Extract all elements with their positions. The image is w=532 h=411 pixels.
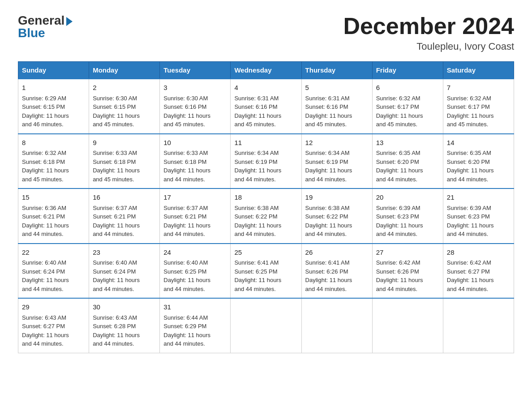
day-info: Sunrise: 6:32 AMSunset: 6:18 PMDaylight:… <box>22 150 69 183</box>
day-info: Sunrise: 6:41 AMSunset: 6:25 PMDaylight:… <box>234 259 281 292</box>
day-info: Sunrise: 6:35 AMSunset: 6:20 PMDaylight:… <box>447 150 494 183</box>
day-number: 20 <box>376 193 439 203</box>
table-row: 18 Sunrise: 6:38 AMSunset: 6:22 PMDaylig… <box>231 188 301 244</box>
table-row: 30 Sunrise: 6:43 AMSunset: 6:28 PMDaylig… <box>89 298 160 353</box>
table-row: 16 Sunrise: 6:37 AMSunset: 6:21 PMDaylig… <box>89 188 160 244</box>
day-number: 13 <box>376 138 439 148</box>
table-row: 23 Sunrise: 6:40 AMSunset: 6:24 PMDaylig… <box>89 244 160 299</box>
day-info: Sunrise: 6:34 AMSunset: 6:19 PMDaylight:… <box>234 150 281 183</box>
day-number: 28 <box>447 248 510 258</box>
day-info: Sunrise: 6:38 AMSunset: 6:22 PMDaylight:… <box>305 205 352 238</box>
day-number: 2 <box>93 83 156 93</box>
table-row: 3 Sunrise: 6:30 AMSunset: 6:16 PMDayligh… <box>160 79 231 134</box>
day-info: Sunrise: 6:39 AMSunset: 6:23 PMDaylight:… <box>447 205 494 238</box>
table-row: 21 Sunrise: 6:39 AMSunset: 6:23 PMDaylig… <box>443 188 514 244</box>
day-info: Sunrise: 6:30 AMSunset: 6:16 PMDaylight:… <box>163 95 210 128</box>
col-saturday: Saturday <box>443 62 514 79</box>
day-number: 15 <box>22 193 85 203</box>
table-row: 9 Sunrise: 6:33 AMSunset: 6:18 PMDayligh… <box>89 134 160 189</box>
day-number: 1 <box>22 83 85 93</box>
table-row: 2 Sunrise: 6:30 AMSunset: 6:15 PMDayligh… <box>89 79 160 134</box>
table-row: 20 Sunrise: 6:39 AMSunset: 6:23 PMDaylig… <box>372 188 443 244</box>
table-row: 5 Sunrise: 6:31 AMSunset: 6:16 PMDayligh… <box>301 79 372 134</box>
table-row <box>231 298 301 353</box>
day-number: 5 <box>305 83 369 93</box>
day-number: 27 <box>376 248 439 258</box>
month-title: December 2024 <box>343 13 514 39</box>
logo: General Blue <box>18 13 73 40</box>
day-number: 31 <box>163 302 227 313</box>
day-info: Sunrise: 6:43 AMSunset: 6:28 PMDaylight:… <box>93 314 140 347</box>
day-number: 14 <box>447 138 510 148</box>
table-row: 7 Sunrise: 6:32 AMSunset: 6:17 PMDayligh… <box>443 79 514 134</box>
day-number: 25 <box>234 248 297 258</box>
day-info: Sunrise: 6:40 AMSunset: 6:24 PMDaylight:… <box>93 259 140 292</box>
day-info: Sunrise: 6:32 AMSunset: 6:17 PMDaylight:… <box>447 95 494 128</box>
day-info: Sunrise: 6:32 AMSunset: 6:17 PMDaylight:… <box>376 95 423 128</box>
day-info: Sunrise: 6:38 AMSunset: 6:22 PMDaylight:… <box>234 205 281 238</box>
day-info: Sunrise: 6:35 AMSunset: 6:20 PMDaylight:… <box>376 150 423 183</box>
table-row: 22 Sunrise: 6:40 AMSunset: 6:24 PMDaylig… <box>18 244 89 299</box>
col-monday: Monday <box>89 62 160 79</box>
logo-blue-text: Blue <box>18 26 45 40</box>
table-row: 27 Sunrise: 6:42 AMSunset: 6:26 PMDaylig… <box>372 244 443 299</box>
day-number: 23 <box>93 248 156 258</box>
day-info: Sunrise: 6:36 AMSunset: 6:21 PMDaylight:… <box>22 205 69 238</box>
day-info: Sunrise: 6:41 AMSunset: 6:26 PMDaylight:… <box>305 259 352 292</box>
location-title: Toulepleu, Ivory Coast <box>343 41 514 52</box>
day-number: 17 <box>163 193 227 203</box>
table-row: 15 Sunrise: 6:36 AMSunset: 6:21 PMDaylig… <box>18 188 89 244</box>
calendar-week-row: 1 Sunrise: 6:29 AMSunset: 6:15 PMDayligh… <box>18 79 514 134</box>
day-info: Sunrise: 6:40 AMSunset: 6:25 PMDaylight:… <box>163 259 210 292</box>
day-number: 10 <box>163 138 227 148</box>
day-info: Sunrise: 6:42 AMSunset: 6:26 PMDaylight:… <box>376 259 423 292</box>
day-info: Sunrise: 6:30 AMSunset: 6:15 PMDaylight:… <box>93 95 140 128</box>
day-number: 12 <box>305 138 369 148</box>
calendar-week-row: 29 Sunrise: 6:43 AMSunset: 6:27 PMDaylig… <box>18 298 514 353</box>
day-number: 9 <box>93 138 156 148</box>
table-row: 1 Sunrise: 6:29 AMSunset: 6:15 PMDayligh… <box>18 79 89 134</box>
calendar-table: Sunday Monday Tuesday Wednesday Thursday… <box>18 61 514 353</box>
day-info: Sunrise: 6:37 AMSunset: 6:21 PMDaylight:… <box>163 205 210 238</box>
day-info: Sunrise: 6:33 AMSunset: 6:18 PMDaylight:… <box>163 150 210 183</box>
day-number: 18 <box>234 193 297 203</box>
table-row: 31 Sunrise: 6:44 AMSunset: 6:29 PMDaylig… <box>160 298 231 353</box>
title-block: December 2024 Toulepleu, Ivory Coast <box>343 13 514 52</box>
day-number: 29 <box>22 302 85 313</box>
col-thursday: Thursday <box>301 62 372 79</box>
table-row: 13 Sunrise: 6:35 AMSunset: 6:20 PMDaylig… <box>372 134 443 189</box>
day-info: Sunrise: 6:39 AMSunset: 6:23 PMDaylight:… <box>376 205 423 238</box>
col-sunday: Sunday <box>18 62 89 79</box>
day-info: Sunrise: 6:34 AMSunset: 6:19 PMDaylight:… <box>305 150 352 183</box>
day-number: 21 <box>447 193 510 203</box>
day-number: 7 <box>447 83 510 93</box>
col-tuesday: Tuesday <box>160 62 231 79</box>
table-row: 10 Sunrise: 6:33 AMSunset: 6:18 PMDaylig… <box>160 134 231 189</box>
calendar-week-row: 8 Sunrise: 6:32 AMSunset: 6:18 PMDayligh… <box>18 134 514 189</box>
day-info: Sunrise: 6:29 AMSunset: 6:15 PMDaylight:… <box>22 95 69 128</box>
day-number: 6 <box>376 83 439 93</box>
day-info: Sunrise: 6:31 AMSunset: 6:16 PMDaylight:… <box>234 95 281 128</box>
table-row: 26 Sunrise: 6:41 AMSunset: 6:26 PMDaylig… <box>301 244 372 299</box>
table-row <box>301 298 372 353</box>
day-number: 8 <box>22 138 85 148</box>
logo-arrow-icon <box>66 17 73 26</box>
calendar-week-row: 15 Sunrise: 6:36 AMSunset: 6:21 PMDaylig… <box>18 188 514 244</box>
day-info: Sunrise: 6:44 AMSunset: 6:29 PMDaylight:… <box>163 314 210 347</box>
day-number: 26 <box>305 248 369 258</box>
col-friday: Friday <box>372 62 443 79</box>
table-row <box>372 298 443 353</box>
day-number: 19 <box>305 193 369 203</box>
table-row: 12 Sunrise: 6:34 AMSunset: 6:19 PMDaylig… <box>301 134 372 189</box>
table-row: 11 Sunrise: 6:34 AMSunset: 6:19 PMDaylig… <box>231 134 301 189</box>
calendar-header-row: Sunday Monday Tuesday Wednesday Thursday… <box>18 62 514 79</box>
day-number: 22 <box>22 248 85 258</box>
table-row: 29 Sunrise: 6:43 AMSunset: 6:27 PMDaylig… <box>18 298 89 353</box>
calendar-week-row: 22 Sunrise: 6:40 AMSunset: 6:24 PMDaylig… <box>18 244 514 299</box>
day-info: Sunrise: 6:37 AMSunset: 6:21 PMDaylight:… <box>93 205 140 238</box>
day-number: 24 <box>163 248 227 258</box>
table-row: 4 Sunrise: 6:31 AMSunset: 6:16 PMDayligh… <box>231 79 301 134</box>
day-info: Sunrise: 6:42 AMSunset: 6:27 PMDaylight:… <box>447 259 494 292</box>
day-number: 30 <box>93 302 156 313</box>
table-row: 24 Sunrise: 6:40 AMSunset: 6:25 PMDaylig… <box>160 244 231 299</box>
